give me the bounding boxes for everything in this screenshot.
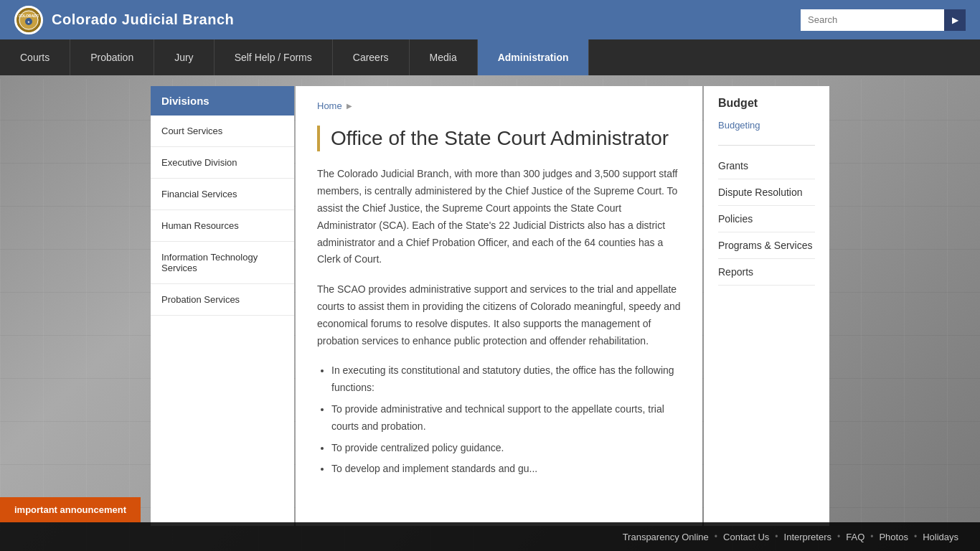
main-nav: Courts Probation Jury Self Help / Forms … [0, 39, 980, 75]
right-sidebar-divider-1 [718, 145, 815, 146]
footer-dot-2: • [775, 532, 778, 542]
svg-text:★: ★ [27, 20, 30, 24]
breadcrumb: Home ▶ [317, 100, 681, 111]
announcement-bar[interactable]: important announcement [0, 497, 141, 522]
bullet-intro: In executing its constitutional and stat… [331, 362, 681, 397]
sidebar-item-executive-division[interactable]: Executive Division [151, 147, 294, 179]
reports-link[interactable]: Reports [718, 259, 815, 286]
nav-administration[interactable]: Administration [478, 39, 590, 75]
sidebar: Divisions Court Services Executive Divis… [151, 86, 294, 526]
sidebar-heading: Divisions [151, 86, 294, 116]
search-button[interactable]: ▶ [944, 9, 966, 31]
footer-holidays[interactable]: Holidays [923, 532, 958, 542]
nav-courts[interactable]: Courts [0, 39, 70, 75]
sidebar-item-probation-services[interactable]: Probation Services [151, 284, 294, 316]
page-title: Office of the State Court Administrator [317, 126, 681, 151]
breadcrumb-arrow-icon: ▶ [347, 102, 352, 110]
footer-dot-3: • [837, 532, 840, 542]
footer-dot-4: • [870, 532, 873, 542]
sidebar-item-court-services[interactable]: Court Services [151, 116, 294, 147]
logo-icon: COLORADO ★ [14, 6, 43, 34]
logo-inner: COLORADO ★ [17, 8, 41, 32]
bullet-item-1: To provide administrative and technical … [331, 401, 681, 435]
body-paragraph-2: The SCAO provides administrative support… [317, 281, 681, 349]
footer-contact[interactable]: Contact Us [723, 532, 769, 542]
body-paragraph-1: The Colorado Judicial Branch, with more … [317, 166, 681, 268]
nav-probation[interactable]: Probation [70, 39, 154, 75]
svg-text:COLORADO: COLORADO [19, 14, 39, 18]
budgeting-link[interactable]: Budgeting [718, 120, 815, 131]
footer-dot-1: • [715, 532, 717, 542]
nav-careers[interactable]: Careers [333, 39, 410, 75]
content-area: Home ▶ Office of the State Court Adminis… [296, 86, 702, 526]
header-logo[interactable]: COLORADO ★ Colorado Judicial Branch [14, 6, 234, 34]
site-header: COLORADO ★ Colorado Judicial Branch ▶ [0, 0, 980, 39]
sidebar-item-it-services[interactable]: Information Technology Services [151, 242, 294, 284]
bullet-item-2: To provide centralized policy guidance. [331, 440, 681, 457]
site-title: Colorado Judicial Branch [52, 11, 234, 28]
bullet-item-3: To develop and implement standards and g… [331, 461, 681, 478]
search-arrow-icon: ▶ [952, 15, 958, 25]
nav-media[interactable]: Media [410, 39, 478, 75]
footer-transparency[interactable]: Transparency Online [623, 532, 709, 542]
budget-section: Budget Budgeting [718, 97, 815, 131]
search-input[interactable] [801, 9, 944, 31]
main-wrapper: Divisions Court Services Executive Divis… [151, 86, 829, 526]
functions-list: In executing its constitutional and stat… [331, 362, 681, 478]
dispute-resolution-link[interactable]: Dispute Resolution [718, 179, 815, 206]
sidebar-item-financial-services[interactable]: Financial Services [151, 179, 294, 210]
footer-interpreters[interactable]: Interpreters [784, 532, 831, 542]
sidebar-item-human-resources[interactable]: Human Resources [151, 210, 294, 242]
nav-selfhelp[interactable]: Self Help / Forms [215, 39, 333, 75]
footer-dot-5: • [914, 532, 917, 542]
site-footer: Transparency Online • Contact Us • Inter… [0, 522, 980, 551]
footer-photos[interactable]: Photos [879, 532, 908, 542]
nav-jury[interactable]: Jury [154, 39, 214, 75]
grants-link[interactable]: Grants [718, 153, 815, 179]
search-container: ▶ [801, 9, 966, 31]
right-sidebar: Budget Budgeting Grants Dispute Resoluti… [704, 86, 829, 526]
policies-link[interactable]: Policies [718, 206, 815, 232]
breadcrumb-home[interactable]: Home [317, 100, 342, 111]
footer-faq[interactable]: FAQ [846, 532, 864, 542]
programs-services-link[interactable]: Programs & Services [718, 232, 815, 259]
budget-heading: Budget [718, 97, 815, 114]
